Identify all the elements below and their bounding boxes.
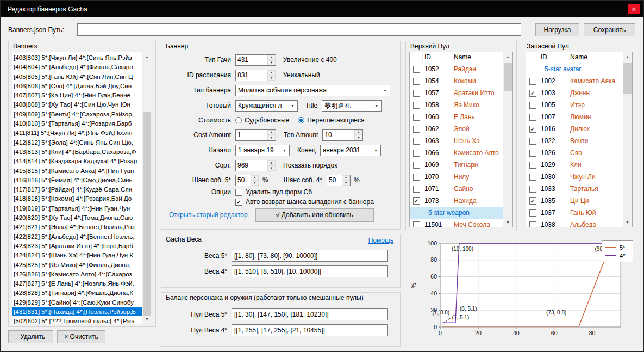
- checkbox-unchecked-icon[interactable]: [413, 174, 420, 181]
- pool-item-row[interactable]: 1071Сайно: [410, 183, 503, 195]
- chevron-down-icon[interactable]: ▼: [288, 104, 297, 108]
- pool-item-row[interactable]: 1070Нилу: [410, 171, 503, 183]
- banner-list-item[interactable]: [419|819] 5*:[Тарталья] 4*:[Нин Гуан,Чун: [12, 203, 142, 213]
- pool-item-row[interactable]: 1057Аратаки Итто: [410, 87, 503, 99]
- banner-list-item[interactable]: [412|812] 5*:[Эола] 4*:[Синь Янь,Син Цю,: [12, 138, 142, 147]
- checkbox-unchecked-icon[interactable]: [413, 78, 420, 85]
- pool-item-row[interactable]: 1069Тигнари: [410, 159, 503, 171]
- checkbox-unchecked-icon[interactable]: [413, 66, 420, 73]
- old-editor-link[interactable]: Открыть старый редактор: [169, 211, 248, 219]
- begin-date-picker[interactable]: 1 января 19 ▼: [235, 145, 290, 156]
- pool-item-row[interactable]: 1030Чжун Ли: [526, 171, 623, 183]
- pool-item-row[interactable]: 11501Меч Сокола: [410, 219, 503, 227]
- spin-down-icon[interactable]: ▼: [267, 60, 276, 65]
- pool-item-row[interactable]: ✓1003Джинн: [526, 87, 623, 99]
- clear-banners-button[interactable]: × Очистить: [57, 330, 105, 343]
- pool-item-row[interactable]: 1060Е Лань: [410, 111, 503, 123]
- banner-list-item[interactable]: [416|816] 5*:[Ёимия] 4*:[Саю,Диона,Синь: [12, 175, 142, 184]
- pool-item-row[interactable]: 1038Альбедо: [526, 219, 623, 227]
- pool-item-row[interactable]: 1002Камисато Аяка: [526, 75, 623, 87]
- scrollbar-thumb[interactable]: [623, 63, 632, 94]
- pool-item-row[interactable]: 1005Итэр: [526, 99, 623, 111]
- pool-item-row[interactable]: ✓1016Дилюк: [526, 123, 623, 135]
- column-header-id[interactable]: ID: [539, 52, 568, 63]
- spin-up-icon[interactable]: ▲: [251, 175, 259, 181]
- pool-item-row[interactable]: 1058Яэ Мико: [410, 99, 503, 111]
- ten-amount-spinner[interactable]: 10 ▲▼: [322, 129, 363, 141]
- banner-list-item[interactable]: [405|805] 5*:[Гань Юй] 4*:[Сян Лин,Син Ц: [12, 72, 142, 81]
- banner-list-item[interactable]: [417|817] 5*:[Райдэн] 4*:[Кудзё Сара,Сян: [12, 184, 142, 194]
- sort-spinner[interactable]: 969 ▲▼: [235, 160, 276, 171]
- checkbox-unchecked-icon[interactable]: [529, 162, 536, 169]
- banner-list-item[interactable]: [431|831] 5*:[Нахида] 4*:[Ноэлль,Рэйзор,…: [12, 307, 142, 316]
- banner-list-item[interactable]: [424|824] 5*:[Шэнь Хэ] 4*:[Нин Гуан,Чун …: [12, 250, 142, 260]
- pool-item-row[interactable]: 1037Гань Юй: [526, 207, 623, 219]
- checkbox-unchecked-icon[interactable]: [413, 90, 420, 97]
- checkbox-unchecked-icon[interactable]: [529, 114, 536, 121]
- banner-list-item[interactable]: [428|828] 5*:[Тигнари] 4*:[Фишль,Диона,К: [12, 288, 142, 297]
- checkbox-unchecked-icon[interactable]: [413, 102, 420, 109]
- banner-list-item[interactable]: [422|822] 5*:[Альбедо] 4*:[Беннет,Ноэлль…: [12, 232, 142, 241]
- pool-item-row[interactable]: 1022Венти: [526, 135, 623, 147]
- banner-type-combobox[interactable]: Молитва события персонажа ▼: [235, 85, 390, 96]
- banner-list-item[interactable]: [425|825] 5*:[Яэ Мико] 4*:[Фишль,Диона,: [12, 260, 142, 269]
- checkbox-unchecked-icon[interactable]: [529, 209, 536, 217]
- banner-list-item[interactable]: [427|827] 5*:[Е Лань] 4*:[Ноэлль,Янь Фэй…: [12, 279, 142, 288]
- pool-item-row[interactable]: 1063Шэнь Хэ: [410, 135, 503, 147]
- cost-radio-intertwined[interactable]: Переплетающиеся: [298, 116, 364, 124]
- banner-list-item[interactable]: [404|804] 5*:[Альбедо] 4*:[Фишль,Сахаро: [12, 62, 142, 71]
- weights5-input[interactable]: [232, 250, 388, 262]
- save-button[interactable]: Сохранять: [584, 23, 635, 36]
- spin-down-icon[interactable]: ▼: [267, 135, 276, 140]
- pool-item-row[interactable]: 1029Кли: [526, 159, 623, 171]
- pool-item-row[interactable]: 1052Райдэн: [410, 63, 503, 75]
- chevron-down-icon[interactable]: ▼: [372, 104, 381, 108]
- pool-item-row[interactable]: 1033Тарталья: [526, 183, 623, 195]
- checkbox-unchecked-icon[interactable]: [529, 78, 536, 85]
- banners-scrollbar[interactable]: ▲ ▼: [142, 52, 152, 324]
- scroll-up-icon[interactable]: ▲: [142, 52, 152, 61]
- checkbox-unchecked-icon[interactable]: [413, 126, 420, 133]
- scroll-up-icon[interactable]: ▲: [623, 52, 632, 61]
- scrollbar-thumb[interactable]: [504, 63, 512, 91]
- checkbox-unchecked-icon[interactable]: [529, 138, 536, 145]
- cost-amount-spinner[interactable]: 1 ▲▼: [235, 129, 276, 141]
- pool-weights5-input[interactable]: [232, 308, 388, 320]
- scroll-up-icon[interactable]: ▲: [503, 52, 512, 61]
- gacha-type-spinner[interactable]: 431 ▲▼: [235, 54, 276, 66]
- checkbox-checked-icon[interactable]: ✓: [529, 126, 536, 133]
- spin-up-icon[interactable]: ▲: [354, 130, 362, 135]
- delete-banner-button[interactable]: - Удалить: [8, 330, 53, 343]
- banner-list-item[interactable]: [421|821] 5*:[Эола] 4*:[Беннет,Ноэлль,Ро…: [12, 222, 142, 231]
- pool-item-row[interactable]: ✓1073Нахида: [410, 195, 503, 207]
- spin-down-icon[interactable]: ▼: [267, 75, 276, 81]
- pool-item-row[interactable]: 1007Люмин: [526, 111, 623, 123]
- spin-down-icon[interactable]: ▼: [342, 180, 350, 186]
- pool-item-row[interactable]: ✓1035Ци Ци: [526, 195, 623, 207]
- chevron-down-icon[interactable]: ▼: [371, 149, 380, 152]
- checkbox-checked-icon[interactable]: ✓: [413, 197, 420, 205]
- banner-list-item[interactable]: [403|803] 5*:[Чжун Ли] 4*:[Синь Янь,Рэйз: [12, 53, 142, 62]
- remove-c6-checkbox[interactable]: Удалить пул форм Сб: [235, 188, 312, 196]
- checkbox-unchecked-icon[interactable]: [413, 186, 420, 193]
- reserve-pool-scrollbar[interactable]: ▲ ▼: [623, 52, 632, 227]
- pool-item-row[interactable]: 1066Камисато Аято: [410, 147, 503, 159]
- scrollbar-thumb[interactable]: [143, 112, 151, 316]
- checkbox-unchecked-icon[interactable]: [413, 221, 420, 227]
- auto-refund-checkbox[interactable]: ✓ Авто возврат шанса выпадения с баннера: [235, 198, 374, 206]
- column-header-id[interactable]: ID: [423, 52, 452, 63]
- banner-list-item[interactable]: [426|826] 5*:[Камисато Аято] 4*:[Сахароз: [12, 269, 142, 279]
- banner-list-item[interactable]: [418|818] 5*:[Кокоми] 4*:[Розария,Бэй До: [12, 194, 142, 203]
- chevron-down-icon[interactable]: ▼: [380, 89, 390, 92]
- spin-up-icon[interactable]: ▲: [267, 130, 276, 135]
- spin-up-icon[interactable]: ▲: [267, 70, 276, 76]
- column-header-name[interactable]: Name: [452, 52, 503, 63]
- pool-item-row[interactable]: 1062Элой: [410, 123, 503, 135]
- spin-up-icon[interactable]: ▲: [267, 160, 276, 166]
- spin-down-icon[interactable]: ▼: [251, 180, 259, 186]
- banner-list-item[interactable]: [413|813] 5*:[Кли] 4*:[Барбара,Сахароза,…: [12, 147, 142, 156]
- schedule-id-spinner[interactable]: 831 ▲▼: [235, 70, 276, 81]
- close-button[interactable]: ✕: [628, 4, 640, 14]
- banner-list-item[interactable]: [429|829] 5*:[Сайно] 4*:[Саю,Куки Синобу: [12, 298, 142, 307]
- banner-list-item[interactable]: [410|810] 5*:[Тарталья] 4*:[Розария,Барб: [12, 119, 142, 128]
